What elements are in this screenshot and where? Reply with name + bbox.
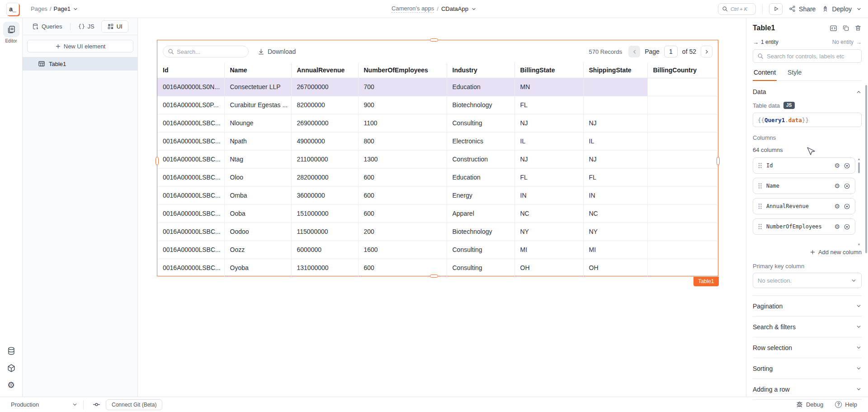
table-download-button[interactable]: Download bbox=[258, 48, 296, 55]
cell-billing-state[interactable]: FL bbox=[514, 168, 583, 186]
chevron-down-icon[interactable] bbox=[73, 6, 78, 12]
cell-industry[interactable]: Energy bbox=[447, 186, 514, 204]
cell-annual-revenue[interactable]: 267000000 bbox=[291, 78, 358, 96]
collapsed-section[interactable]: Pagination bbox=[753, 296, 862, 317]
deploy-button[interactable]: Deploy bbox=[822, 5, 852, 13]
breadcrumb[interactable]: Pages / Page1 bbox=[31, 5, 78, 12]
cell-billing-country[interactable] bbox=[647, 204, 717, 223]
cell-shipping-state[interactable] bbox=[583, 78, 647, 96]
property-search-box[interactable] bbox=[753, 49, 862, 63]
connect-git-button[interactable]: Connect Git (Beta) bbox=[106, 399, 162, 410]
cell-shipping-state[interactable]: OH bbox=[583, 259, 647, 277]
drag-handle-icon[interactable] bbox=[758, 223, 762, 230]
tab-queries[interactable]: Queries bbox=[26, 20, 68, 33]
scroll-down-caret-icon[interactable]: ▼ bbox=[858, 243, 861, 246]
table-row[interactable]: 0016A00000LS0N... Consectetuer LLP 26700… bbox=[157, 78, 717, 96]
cell-annual-revenue[interactable]: 282000000 bbox=[291, 168, 358, 186]
next-page-button[interactable] bbox=[701, 46, 712, 57]
js-toggle-badge[interactable]: JS bbox=[783, 102, 795, 109]
cell-industry[interactable]: Electronics bbox=[447, 132, 514, 150]
column-visibility-eye-icon[interactable] bbox=[844, 183, 850, 189]
data-section-header[interactable]: Data bbox=[753, 88, 862, 95]
prev-page-button[interactable] bbox=[628, 46, 640, 57]
share-button[interactable]: Share bbox=[789, 5, 816, 13]
cell-billing-country[interactable] bbox=[647, 168, 717, 186]
cell-billing-state[interactable]: OH bbox=[514, 259, 583, 277]
cell-name[interactable]: Oodoo bbox=[224, 223, 291, 241]
datasources-icon[interactable] bbox=[7, 346, 16, 355]
cell-billing-state[interactable]: MN bbox=[514, 78, 583, 96]
editor-canvas[interactable]: Table1 Download 570 Records Page bbox=[138, 18, 746, 397]
tab-style[interactable]: Style bbox=[787, 69, 802, 81]
cell-id[interactable]: 0016A00000LSBC... bbox=[157, 168, 224, 186]
workspace-name[interactable]: Cameron's apps bbox=[392, 5, 434, 13]
cell-shipping-state[interactable]: NY bbox=[583, 223, 647, 241]
cell-billing-state[interactable]: NJ bbox=[514, 150, 583, 168]
cell-annual-revenue[interactable]: 82000000 bbox=[291, 96, 358, 114]
environment-selector[interactable]: Production bbox=[11, 401, 78, 408]
outgoing-entities[interactable]: No entity → bbox=[832, 39, 862, 45]
cell-annual-revenue[interactable]: 6000000 bbox=[291, 241, 358, 259]
cell-billing-country[interactable] bbox=[647, 223, 717, 241]
table-search-box[interactable] bbox=[163, 46, 249, 57]
cell-annual-revenue[interactable]: 36000000 bbox=[291, 186, 358, 204]
column-visibility-eye-icon[interactable] bbox=[844, 162, 850, 169]
cell-number-of-employees[interactable]: 600 bbox=[358, 186, 447, 204]
column-header[interactable]: BillingCountry bbox=[647, 63, 717, 78]
collapsed-section[interactable]: Search & filters bbox=[753, 317, 862, 337]
cell-number-of-employees[interactable]: 1600 bbox=[358, 241, 447, 259]
appsmith-logo[interactable]: a_ bbox=[6, 3, 19, 15]
table-row[interactable]: 0016A00000LSBC... Oozz 6000000 1600 Cons… bbox=[157, 241, 717, 259]
resize-handle-top[interactable] bbox=[430, 38, 438, 42]
table-row[interactable]: 0016A00000LSBC... Omba 36000000 600 Ener… bbox=[157, 186, 717, 204]
primary-key-select[interactable]: No selection. bbox=[753, 273, 862, 288]
cell-billing-state[interactable]: NJ bbox=[514, 114, 583, 132]
cell-annual-revenue[interactable]: 131000000 bbox=[291, 259, 358, 277]
columns-list-scrollbar[interactable]: ▲ ▼ bbox=[857, 157, 861, 246]
cell-number-of-employees[interactable]: 1100 bbox=[358, 114, 447, 132]
edit-code-icon[interactable] bbox=[830, 24, 837, 32]
cell-id[interactable]: 0016A00000LSBC... bbox=[157, 204, 224, 223]
cell-number-of-employees[interactable]: 700 bbox=[358, 78, 447, 96]
cell-number-of-employees[interactable]: 200 bbox=[358, 223, 447, 241]
cell-name[interactable]: Ooba bbox=[224, 204, 291, 223]
cell-billing-state[interactable]: IL bbox=[514, 132, 583, 150]
column-settings-gear-icon[interactable]: ⚙ bbox=[834, 203, 840, 209]
column-visibility-eye-icon[interactable] bbox=[844, 203, 850, 210]
cell-shipping-state[interactable] bbox=[583, 96, 647, 114]
debug-button[interactable]: Debug bbox=[796, 401, 823, 408]
deploy-options-chevron-icon[interactable] bbox=[856, 6, 862, 12]
table-row[interactable]: 0016A00000LSBC... Ntag 211000000 1300 Co… bbox=[157, 150, 717, 168]
page-number-input[interactable] bbox=[664, 46, 678, 57]
breadcrumb-pages[interactable]: Pages bbox=[31, 5, 47, 12]
column-card[interactable]: Name ⚙ bbox=[753, 178, 855, 194]
cell-shipping-state[interactable]: MI bbox=[583, 241, 647, 259]
collapsed-section[interactable]: Adding a row bbox=[753, 379, 862, 400]
cell-name[interactable]: Oyoba bbox=[224, 259, 291, 277]
cell-annual-revenue[interactable]: 151000000 bbox=[291, 204, 358, 223]
cell-annual-revenue[interactable]: 269000000 bbox=[291, 114, 358, 132]
table-row[interactable]: 0016A00000LSBC... Oloo 282000000 600 Edu… bbox=[157, 168, 717, 186]
column-visibility-eye-icon[interactable] bbox=[844, 223, 850, 230]
widget-name-tag[interactable]: Table1 bbox=[693, 277, 718, 286]
column-header[interactable]: Name bbox=[224, 63, 291, 78]
cell-number-of-employees[interactable]: 900 bbox=[358, 96, 447, 114]
cell-billing-state[interactable]: IN bbox=[514, 186, 583, 204]
table-row[interactable]: 0016A00000LSBC... Nlounge 269000000 1100… bbox=[157, 114, 717, 132]
incoming-entities[interactable]: → 1 entity bbox=[753, 39, 778, 45]
table-row[interactable]: 0016A00000LSBC... Oodoo 115000000 200 Bi… bbox=[157, 223, 717, 241]
column-header[interactable]: Id bbox=[157, 63, 224, 78]
cell-name[interactable]: Omba bbox=[224, 186, 291, 204]
tab-content[interactable]: Content bbox=[753, 69, 777, 81]
cell-annual-revenue[interactable]: 211000000 bbox=[291, 150, 358, 168]
cell-billing-country[interactable] bbox=[647, 259, 717, 277]
cell-number-of-employees[interactable]: 600 bbox=[358, 259, 447, 277]
cell-id[interactable]: 0016A00000LSBC... bbox=[157, 150, 224, 168]
cell-billing-state[interactable]: NY bbox=[514, 223, 583, 241]
column-card[interactable]: Id ⚙ bbox=[753, 157, 855, 174]
cell-shipping-state[interactable]: NJ bbox=[583, 150, 647, 168]
cell-number-of-employees[interactable]: 800 bbox=[358, 132, 447, 150]
drag-handle-icon[interactable] bbox=[758, 183, 762, 189]
table-search-input[interactable] bbox=[177, 48, 236, 55]
cell-id[interactable]: 0016A00000LSBC... bbox=[157, 132, 224, 150]
